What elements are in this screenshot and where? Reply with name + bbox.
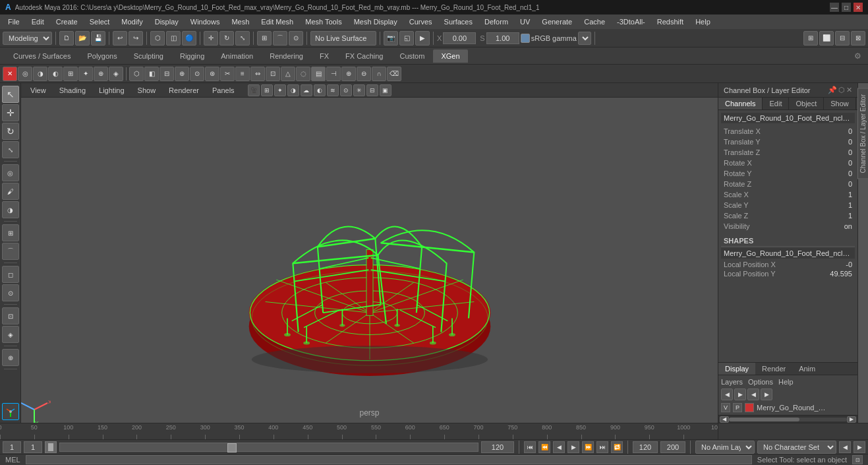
frame-indicator[interactable] <box>45 441 57 453</box>
menu-deform[interactable]: Deform <box>479 16 513 27</box>
circularize-btn[interactable]: ◌ <box>296 67 310 81</box>
panel-scrollbar[interactable]: ◀ ▶ <box>718 415 857 423</box>
ch-scale-z[interactable]: Scale Z 1 <box>721 210 855 221</box>
layer-color-swatch[interactable] <box>745 403 754 412</box>
select-tool-btn[interactable]: ↖ <box>2 86 19 103</box>
scale-tool-btn[interactable]: ⤡ <box>2 141 19 158</box>
tab-animation[interactable]: Animation <box>213 49 261 63</box>
panel-pin-icon[interactable]: 📌 <box>828 86 837 94</box>
flat-btn[interactable]: ◐ <box>48 67 63 81</box>
rotate-tool-btn[interactable]: ↻ <box>2 123 19 140</box>
step-fwd-btn[interactable]: ⏩ <box>582 441 594 453</box>
no-live-surface-btn[interactable]: No Live Surface <box>310 31 376 46</box>
vp-camera-icon[interactable]: 🎥 <box>248 84 260 96</box>
ch-rotate-z[interactable]: Rotate Z 0 <box>721 179 855 189</box>
char-set-select[interactable]: No Character Set <box>757 441 836 454</box>
move-tool-btn[interactable]: ✛ <box>2 104 19 121</box>
menu-curves[interactable]: Curves <box>404 16 438 27</box>
vp-grid-icon[interactable]: ⊞ <box>261 84 273 96</box>
vp-shadow-icon[interactable]: ◑ <box>287 84 299 96</box>
range-thumb[interactable] <box>227 443 237 452</box>
wedge-btn[interactable]: △ <box>281 67 295 81</box>
show-manipulator-btn[interactable]: ⊕ <box>2 349 19 366</box>
cleanup-btn[interactable]: ⌫ <box>387 67 401 81</box>
render-tab[interactable]: Render <box>755 363 792 375</box>
layer-fwd-btn[interactable]: ▶ <box>734 388 746 400</box>
layout2-btn[interactable]: ⊟ <box>835 31 850 46</box>
menu-create[interactable]: Create <box>51 16 83 27</box>
panel-close-icon[interactable]: ✕ <box>846 86 852 94</box>
layer-playback-btn[interactable]: P <box>733 403 742 412</box>
tab-sculpting[interactable]: Sculpting <box>126 49 171 63</box>
vp-dof-icon[interactable]: ⊙ <box>340 84 352 96</box>
play-back-btn[interactable]: ◀ <box>553 441 565 453</box>
tab-curves-surfaces[interactable]: Curves / Surfaces <box>5 49 78 63</box>
coord-x-input[interactable] <box>443 32 476 44</box>
ch-scale-x[interactable]: Scale X 1 <box>721 189 855 200</box>
bridge-btn[interactable]: ⊟ <box>159 67 174 81</box>
tab-custom[interactable]: Custom <box>392 49 433 63</box>
create-joint-btn[interactable]: ⊙ <box>2 284 19 301</box>
texture-btn[interactable]: ⊞ <box>63 67 78 81</box>
tab-fx[interactable]: FX <box>312 49 337 63</box>
ch-translate-x[interactable]: Translate X 0 <box>721 126 855 137</box>
menu-mesh-tools[interactable]: Mesh Tools <box>300 16 347 27</box>
char-next-btn[interactable]: ▶ <box>854 441 865 453</box>
soft-select-btn[interactable]: ◎ <box>2 164 19 181</box>
smooth-mesh-btn[interactable]: ▤ <box>311 67 326 81</box>
menu-edit-mesh[interactable]: Edit Mesh <box>256 16 299 27</box>
tab-settings-icon[interactable]: ⚙ <box>852 51 863 61</box>
out-end-field[interactable] <box>633 441 658 453</box>
light-btn[interactable]: ✦ <box>78 67 93 81</box>
connect-btn[interactable]: ⊕ <box>175 67 189 81</box>
gamma-swatch[interactable] <box>521 34 530 43</box>
paint-ops-btn[interactable]: 🖌 <box>2 183 19 200</box>
vp-panels-menu[interactable]: Panels <box>207 85 240 96</box>
scale-btn[interactable]: ⤡ <box>235 31 250 46</box>
layer-fwd2-btn[interactable]: ▶ <box>761 388 772 400</box>
ch-rotate-x[interactable]: Rotate X 0 <box>721 158 855 168</box>
rotate-btn[interactable]: ↻ <box>219 31 234 46</box>
layer-menu-layers[interactable]: Layers <box>721 378 743 386</box>
close-btn[interactable]: ✕ <box>854 3 863 12</box>
panel-expand-icon[interactable]: ⬡ <box>838 86 845 94</box>
menu-mesh[interactable]: Mesh <box>226 16 254 27</box>
menu-3dto[interactable]: -3DtoAll- <box>612 16 651 27</box>
window-controls[interactable]: — □ ✕ <box>830 3 863 12</box>
menu-select[interactable]: Select <box>84 16 115 27</box>
xray-btn[interactable]: ✕ <box>3 67 17 81</box>
char-prev-btn[interactable]: ◀ <box>839 441 851 453</box>
extrude-btn[interactable]: ⬡ <box>129 67 144 81</box>
menu-mesh-display[interactable]: Mesh Display <box>349 16 403 27</box>
fill-hole-btn[interactable]: ⊙ <box>190 67 204 81</box>
layer-menu-options[interactable]: Options <box>748 378 773 386</box>
ch-visibility[interactable]: Visibility on <box>721 221 855 232</box>
attribute-editor-tab[interactable]: Channel Box / Layer Editor <box>857 83 868 423</box>
object-tab[interactable]: Object <box>789 98 824 109</box>
menu-cache[interactable]: Cache <box>579 16 610 27</box>
menu-windows[interactable]: Windows <box>185 16 225 27</box>
menu-help[interactable]: Help <box>690 16 716 27</box>
vp-light-icon[interactable]: ✦ <box>274 84 286 96</box>
tab-xgen[interactable]: XGen <box>433 49 467 63</box>
loop-btn[interactable]: 🔁 <box>611 441 623 453</box>
menu-uv[interactable]: UV <box>515 16 535 27</box>
offset-edge-btn[interactable]: ≡ <box>235 67 250 81</box>
scrollbar-thumb[interactable] <box>729 418 799 421</box>
vp-show-menu[interactable]: Show <box>132 85 161 96</box>
tab-fx-caching[interactable]: FX Caching <box>337 49 391 63</box>
sculpt-btn[interactable]: ◑ <box>2 201 19 218</box>
vp-hud-icon[interactable]: ⊟ <box>366 84 378 96</box>
component-mode-btn[interactable]: ⊡ <box>2 307 19 325</box>
edit-tab[interactable]: Edit <box>763 98 789 109</box>
ch-local-pos-x[interactable]: Local Position X -0 <box>721 260 855 269</box>
smooth-btn[interactable]: ◑ <box>33 67 47 81</box>
mirror-btn[interactable]: ⊣ <box>326 67 341 81</box>
show-tab[interactable]: Show <box>824 98 856 109</box>
vp-antialiasing-icon[interactable]: ✳ <box>353 84 365 96</box>
viewport-3d[interactable]: X Z Y persp <box>21 98 718 423</box>
menu-edit[interactable]: Edit <box>26 16 49 27</box>
anim-tab[interactable]: Anim <box>792 363 822 375</box>
scroll-right-btn[interactable]: ▶ <box>847 416 856 423</box>
combine-btn[interactable]: ⊕ <box>341 67 356 81</box>
